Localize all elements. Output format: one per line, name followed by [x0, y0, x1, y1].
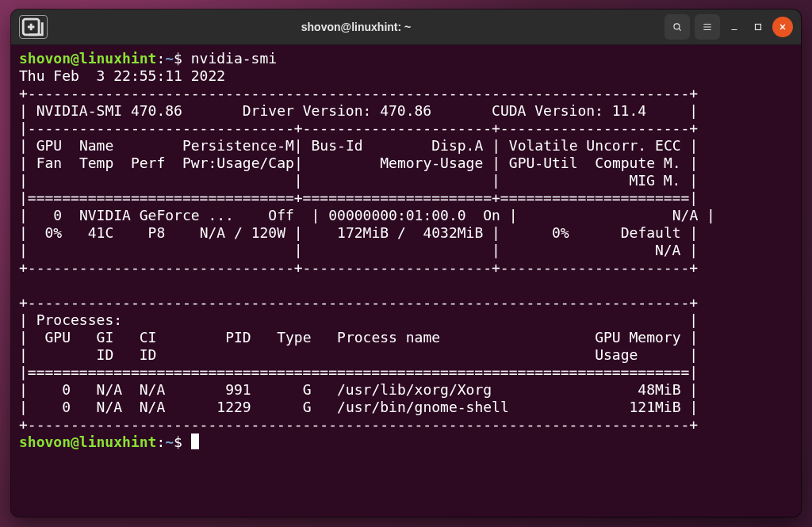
border-split: |-------------------------------+-------…: [19, 120, 698, 136]
ph-gpumem: GPU Memory: [595, 329, 680, 346]
prompt2-user-host: shovon@linuxhint: [19, 433, 156, 450]
prompt-separator: :: [156, 50, 165, 67]
gpu-temp: 41C: [88, 224, 114, 241]
p1-ci: N/A: [140, 399, 166, 415]
gpu-mem: 172MiB / 4032MiB: [337, 224, 483, 241]
p1-mem: 121MiB: [630, 399, 681, 415]
gpu-persist: Off: [268, 207, 294, 223]
ph-name: Process name: [337, 329, 440, 346]
hdr-busid: Bus-Id: [312, 137, 363, 154]
hdr-volatile: Volatile Uncorr. ECC: [509, 137, 681, 154]
terminal-cursor: [191, 433, 199, 449]
border-eq3: |===============================+=======…: [19, 189, 698, 206]
hdr-compute: Compute M.: [595, 155, 680, 171]
gpu-pwr: N/A / 120W: [200, 224, 285, 241]
gpu-name: NVIDIA GeForce ...: [79, 207, 234, 223]
p1-name: /usr/bin/gnome-shell: [337, 399, 509, 415]
processes-label: Processes:: [36, 311, 122, 328]
gpu-busid: 00000000:01:00.0: [328, 207, 465, 223]
ph-gi: GI: [97, 329, 114, 346]
ph-ciid: ID: [140, 346, 157, 363]
maximize-button[interactable]: [749, 17, 768, 36]
ph-giid: ID: [97, 346, 114, 363]
prompt-path: ~: [165, 50, 174, 67]
hdr-dispa: Disp.A: [431, 137, 483, 154]
hdr-gpu: GPU: [36, 137, 63, 154]
ph-gpu: GPU: [45, 329, 71, 346]
p1-pid: 1229: [216, 399, 251, 415]
border-eq1: |=======================================…: [19, 364, 698, 380]
desktop-background: shovon@linuxhint: ~: [0, 0, 812, 527]
gpu-ecc: N/A: [672, 207, 699, 223]
search-button[interactable]: [665, 14, 690, 40]
window-title: shovon@linuxhint: ~: [48, 21, 665, 33]
border-bottom: +---------------------------------------…: [19, 416, 698, 433]
p0-mem: 48MiB: [638, 381, 680, 398]
border-top: +---------------------------------------…: [19, 85, 698, 101]
prompt2-path: ~: [165, 433, 174, 450]
menu-button[interactable]: [695, 14, 720, 40]
p1-gi: N/A: [97, 399, 123, 415]
prompt-user-host: shovon@linuxhint: [19, 50, 156, 67]
border-bot3: +-------------------------------+-------…: [19, 259, 698, 276]
minimize-button[interactable]: [725, 17, 744, 36]
prompt2-sep: :: [156, 433, 165, 450]
terminal-window: shovon@linuxhint: ~: [11, 10, 801, 517]
svg-point-1: [674, 24, 680, 29]
p0-pid: 991: [225, 381, 251, 398]
ph-type: Type: [277, 329, 311, 346]
prompt2-dollar: $: [174, 433, 182, 450]
smi-timestamp: Thu Feb 3 22:55:11 2022: [19, 67, 225, 84]
hdr-perf: Perf: [131, 155, 165, 171]
hdr-name: Name: [79, 137, 113, 154]
p0-name: /usr/lib/xorg/Xorg: [337, 381, 492, 398]
hdr-fan: Fan: [36, 155, 63, 171]
prompt-dollar: $: [174, 50, 182, 67]
titlebar: shovon@linuxhint: ~: [11, 10, 801, 45]
hdr-mig: MIG M.: [629, 172, 680, 189]
gpu-compute: Default: [621, 224, 681, 241]
border-top2: +---------------------------------------…: [19, 294, 698, 311]
p1-gpu: 0: [62, 399, 71, 415]
entered-command: nvidia-smi: [191, 50, 277, 67]
ph-usage: Usage: [595, 346, 638, 363]
p1-type: G: [303, 399, 312, 415]
gpu-util: 0%: [552, 224, 569, 241]
svg-rect-2: [756, 25, 761, 30]
gpu-fan: 0%: [45, 224, 63, 241]
gpu-id: 0: [53, 207, 62, 223]
hdr-gpuutil: GPU-Util: [509, 155, 578, 171]
driver-version: Driver Version: 470.86: [243, 102, 431, 119]
gpu-dispa: On: [483, 207, 500, 223]
p0-gi: N/A: [97, 381, 123, 398]
hdr-temp: Temp: [79, 155, 113, 171]
hdr-pwr: Pwr:Usage/Cap: [182, 155, 294, 171]
close-button[interactable]: [772, 17, 793, 37]
ph-pid: PID: [225, 329, 251, 346]
smi-version: NVIDIA-SMI 470.86: [36, 102, 182, 119]
p0-type: G: [303, 381, 312, 398]
p0-ci: N/A: [140, 381, 166, 398]
gpu-perf: P8: [148, 224, 166, 241]
gpu-mig: N/A: [655, 242, 681, 258]
p0-gpu: 0: [62, 381, 71, 398]
new-tab-button[interactable]: [19, 15, 48, 39]
ph-ci: CI: [140, 329, 157, 346]
hdr-memusage: Memory-Usage: [380, 155, 483, 171]
hdr-persistence: Persistence-M: [182, 137, 294, 154]
terminal-body[interactable]: shovon@linuxhint:~$ nvidia-smi Thu Feb 3…: [11, 45, 801, 517]
cuda-version: CUDA Version: 11.4: [492, 102, 646, 119]
